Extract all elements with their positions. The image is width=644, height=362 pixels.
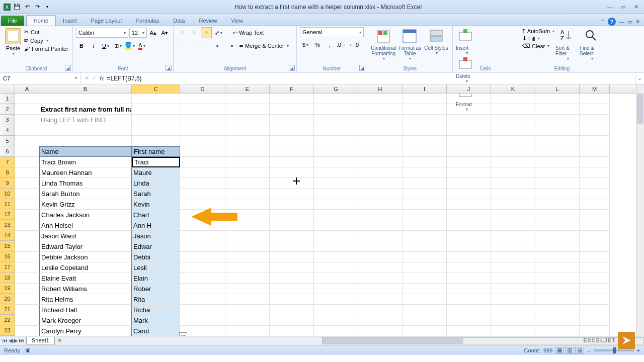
cell-F13[interactable] (270, 220, 314, 231)
cell-E5[interactable] (225, 136, 270, 146)
cell-K6[interactable] (491, 146, 535, 157)
cell-I11[interactable] (403, 199, 447, 210)
cell-G17[interactable] (314, 262, 358, 273)
cell-A22[interactable] (15, 315, 39, 326)
clipboard-launcher-icon[interactable]: ◢ (65, 65, 71, 71)
cell-G14[interactable] (314, 231, 358, 241)
cell-A21[interactable] (15, 305, 39, 315)
cell-H11[interactable] (358, 199, 403, 210)
cell-C5[interactable] (132, 136, 180, 146)
cell-styles-button[interactable]: Cell Styles▾ (423, 27, 449, 72)
cell-D2[interactable] (180, 104, 225, 115)
row-header-1[interactable]: 1 (0, 94, 15, 104)
tab-file[interactable]: File (1, 16, 24, 26)
cell-F18[interactable] (270, 273, 314, 284)
cell-H1[interactable] (358, 94, 403, 104)
cell-I17[interactable] (403, 262, 447, 273)
cell-L7[interactable] (535, 157, 580, 167)
cell-E13[interactable] (225, 220, 270, 231)
cell-D16[interactable] (180, 252, 225, 262)
cell-E20[interactable] (225, 294, 270, 305)
row-header-12[interactable]: 12 (0, 209, 15, 220)
cell-I16[interactable] (403, 252, 447, 262)
cell-B18[interactable]: Elaine Evatt (39, 273, 132, 284)
cell-I14[interactable] (403, 231, 447, 241)
cell-D12[interactable] (180, 210, 225, 220)
cell-A18[interactable] (15, 273, 39, 284)
align-middle-icon[interactable]: ≡ (189, 27, 200, 38)
cell-F19[interactable] (270, 284, 314, 294)
cell-J14[interactable] (447, 231, 491, 241)
cell-D5[interactable] (180, 136, 225, 146)
cell-D7[interactable] (180, 157, 225, 167)
cell-H21[interactable] (358, 305, 403, 315)
cell-C10[interactable]: Sarah (132, 189, 180, 199)
col-header-M[interactable]: M (580, 84, 610, 93)
cell-J21[interactable] (447, 305, 491, 315)
cell-E3[interactable] (225, 115, 270, 125)
macro-record-icon[interactable]: ▣ (25, 347, 30, 353)
row-header-15[interactable]: 15 (0, 241, 15, 251)
cell-A17[interactable] (15, 262, 39, 273)
conditional-formatting-button[interactable]: Conditional Formatting▾ (370, 27, 396, 72)
cell-A7[interactable] (15, 157, 39, 167)
cell-B21[interactable]: Richard Hall (39, 305, 132, 315)
cell-M4[interactable] (580, 125, 610, 136)
cell-B17[interactable]: Leslie Copeland (39, 262, 132, 273)
cell-K1[interactable] (491, 94, 535, 104)
cell-F7[interactable] (270, 157, 314, 167)
save-icon[interactable]: 💾 (13, 3, 21, 11)
undo-icon[interactable]: ↶ (23, 3, 31, 11)
row-header-5[interactable]: 5 (0, 136, 15, 146)
row-header-8[interactable]: 8 (0, 167, 15, 178)
cell-I7[interactable] (403, 157, 447, 167)
col-header-L[interactable]: L (535, 84, 580, 93)
cell-H7[interactable] (358, 157, 403, 167)
window-minimize-icon[interactable]: — (619, 19, 624, 25)
cell-J11[interactable] (447, 199, 491, 210)
cell-B16[interactable]: Debbie Jackson (39, 252, 132, 262)
cell-M7[interactable] (580, 157, 610, 167)
cell-K17[interactable] (491, 262, 535, 273)
insert-cells-button[interactable]: Insert▾ (456, 27, 477, 55)
cell-A5[interactable] (15, 136, 39, 146)
cell-J5[interactable] (447, 136, 491, 146)
cell-G7[interactable] (314, 157, 358, 167)
cell-L14[interactable] (535, 231, 580, 241)
sheet-nav-last-icon[interactable]: ⏭ (19, 337, 24, 344)
col-header-E[interactable]: E (225, 84, 270, 93)
cell-K18[interactable] (491, 273, 535, 284)
cell-C20[interactable]: Rita (132, 294, 180, 305)
cell-L16[interactable] (535, 252, 580, 262)
cell-J1[interactable] (447, 94, 491, 104)
cell-G23[interactable] (314, 326, 358, 336)
cell-I1[interactable] (403, 94, 447, 104)
cell-I5[interactable] (403, 136, 447, 146)
autosum-button[interactable]: ΣAutoSum▾ (521, 28, 555, 34)
cell-H5[interactable] (358, 136, 403, 146)
cell-G5[interactable] (314, 136, 358, 146)
cell-F20[interactable] (270, 294, 314, 305)
cell-E19[interactable] (225, 284, 270, 294)
sheet-nav-prev-icon[interactable]: ◀ (9, 337, 13, 344)
vertical-scrollbar[interactable] (636, 84, 644, 336)
cell-A23[interactable] (15, 326, 39, 336)
cell-E22[interactable] (225, 315, 270, 326)
cell-J2[interactable] (447, 104, 491, 115)
cell-B6[interactable]: Name (39, 146, 132, 157)
cell-K22[interactable] (491, 315, 535, 326)
col-header-I[interactable]: I (403, 84, 447, 93)
row-header-19[interactable]: 19 (0, 283, 15, 294)
row-header-7[interactable]: 7 (0, 157, 15, 167)
cell-K7[interactable] (491, 157, 535, 167)
cell-A12[interactable] (15, 210, 39, 220)
cell-F12[interactable] (270, 210, 314, 220)
cell-I18[interactable] (403, 273, 447, 284)
cell-E16[interactable] (225, 252, 270, 262)
cell-M8[interactable] (580, 167, 610, 178)
cell-J17[interactable] (447, 262, 491, 273)
cell-A13[interactable] (15, 220, 39, 231)
cell-B9[interactable]: Linda Thomas (39, 178, 132, 189)
row-header-14[interactable]: 14 (0, 230, 15, 241)
cell-J7[interactable] (447, 157, 491, 167)
